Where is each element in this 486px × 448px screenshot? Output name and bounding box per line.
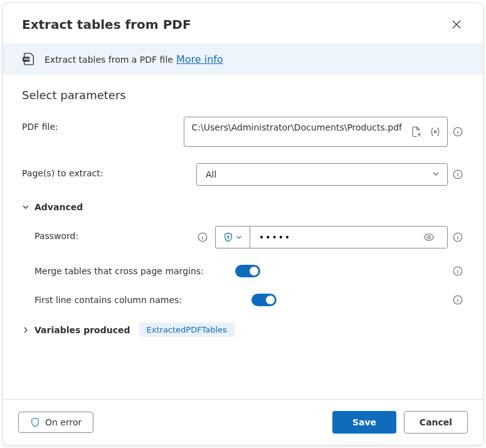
pdf-file-label: PDF file: [22,117,177,132]
pdf-icon: PDF [22,52,36,66]
row-password: Password: [34,226,464,248]
info-icon [452,126,463,137]
merge-info-button[interactable] [452,265,464,277]
pages-label: Page(s) to extract: [22,163,190,178]
pages-info-button[interactable] [452,168,464,181]
info-banner: PDF Extract tables from a PDF file More … [3,43,483,75]
close-button[interactable] [446,14,467,35]
dialog: Extract tables from PDF PDF Extract tabl… [3,3,483,445]
svg-point-5 [228,236,230,238]
info-icon [452,232,463,243]
password-input[interactable] [250,227,447,248]
info-icon [452,265,463,277]
close-icon [452,20,461,29]
chevron-right-icon [22,326,29,334]
dialog-footer: On error Save Cancel [3,399,483,445]
chevron-down-icon [432,169,440,179]
section-title: Select parameters [22,88,464,102]
merge-label: Merge tables that cross page margins: [34,266,210,276]
merge-toggle[interactable] [235,265,260,277]
row-pages: Page(s) to extract: All [22,163,464,186]
row-variables: Variables produced ExtractedPDFTables [22,323,464,337]
footer-right: Save Cancel [332,411,468,434]
dialog-title: Extract tables from PDF [22,17,191,32]
password-field-wrap [215,226,448,248]
password-type-picker[interactable] [216,227,250,248]
advanced-expander[interactable]: Advanced [22,202,464,212]
shield-lock-icon [223,232,233,242]
row-pdf-file: PDF file: C:\Users\Administrator\Documen… [22,117,464,147]
shield-icon [30,417,40,427]
variables-label: Variables produced [34,325,130,335]
banner-text-wrap: Extract tables from a PDF file More info [45,53,223,65]
chevron-down-icon [22,203,29,211]
password-label-info-button[interactable] [196,231,209,243]
firstline-info-button[interactable] [452,294,464,306]
pdf-file-input[interactable]: C:\Users\Administrator\Documents\Product… [184,117,448,147]
password-info-button[interactable] [452,231,464,243]
on-error-label: On error [45,417,82,427]
advanced-label: Advanced [34,202,83,212]
file-add-icon [411,126,422,137]
svg-text:PDF: PDF [24,58,30,61]
svg-point-6 [428,236,431,239]
save-button[interactable]: Save [332,411,396,434]
password-label: Password: [34,226,190,241]
pages-select-value: All [206,169,216,179]
variable-picker-button[interactable] [428,124,443,139]
eye-icon [423,232,435,243]
file-picker-button[interactable] [409,124,424,139]
row-merge: Merge tables that cross page margins: [34,265,464,277]
password-reveal-button[interactable] [421,230,436,245]
variable-badge[interactable]: ExtractedPDFTables [139,323,235,337]
variables-expander[interactable]: Variables produced [22,325,130,335]
pdf-file-input-wrap: C:\Users\Administrator\Documents\Product… [184,117,448,147]
content: Select parameters PDF file: C:\Users\Adm… [3,75,483,399]
on-error-button[interactable]: On error [18,412,93,433]
chevron-down-icon [236,234,242,240]
pages-select[interactable]: All [196,163,448,186]
more-info-link[interactable]: More info [176,53,223,65]
firstline-toggle[interactable] [251,294,277,306]
info-icon [452,169,463,180]
advanced-block: Password: [22,226,464,306]
info-icon [452,294,463,306]
firstline-label: First line contains column names: [34,295,210,305]
row-firstline: First line contains column names: [34,294,464,306]
pdf-file-info-button[interactable] [452,125,464,138]
banner-text: Extract tables from a PDF file [45,55,173,65]
info-icon [197,232,208,243]
dialog-header: Extract tables from PDF [3,3,483,43]
cancel-button[interactable]: Cancel [404,411,468,434]
variable-icon [430,126,441,137]
